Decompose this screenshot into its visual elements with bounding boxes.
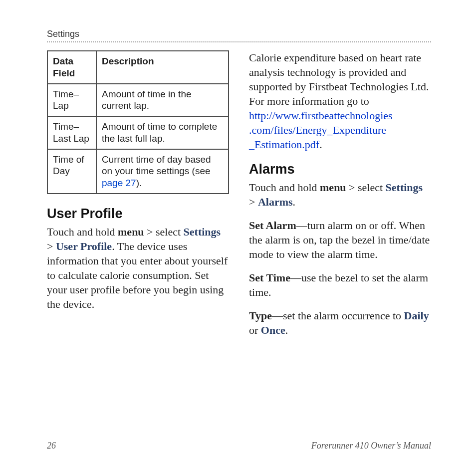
text: —set the alarm occurrence to	[272, 309, 404, 322]
cell-desc: Amount of time to complete the last full…	[96, 116, 229, 149]
text: > select	[144, 226, 184, 238]
menu-label: menu	[320, 181, 346, 194]
heading-user-profile: User Profile	[47, 206, 229, 222]
text: >	[249, 196, 258, 208]
cell-desc: Amount of time in the current lap.	[96, 84, 229, 117]
table-header-row: Data Field Description	[47, 51, 229, 84]
content-columns: Data Field Description Time–Lap Amount o…	[47, 50, 431, 347]
page-reference-link[interactable]: page 27	[102, 178, 136, 188]
manual-title: Forerunner 410 Owner’s Manual	[311, 441, 431, 451]
data-fields-table: Data Field Description Time–Lap Amount o…	[47, 50, 229, 194]
option-once: Once	[261, 324, 285, 336]
paragraph-set-alarm: Set Alarm—turn alarm on or off. When the…	[249, 218, 431, 261]
text: .	[285, 324, 288, 336]
cell-field: Time–Last Lap	[47, 116, 96, 149]
nav-settings: Settings	[386, 181, 423, 194]
paragraph-user-profile: Touch and hold menu > select Settings > …	[47, 225, 229, 311]
label-set-time: Set Time	[249, 271, 290, 284]
text: >	[47, 240, 56, 252]
right-column: Calorie expenditure based on heart rate …	[249, 50, 431, 347]
label-type: Type	[249, 309, 272, 322]
page-number: 26	[47, 441, 56, 451]
paragraph-type: Type—set the alarm occurrence to Daily o…	[249, 308, 431, 337]
nav-alarms: Alarms	[258, 196, 293, 208]
table-row: Time–Last Lap Amount of time to complete…	[47, 116, 229, 149]
page-footer: 26 Forerunner 410 Owner’s Manual	[47, 441, 431, 451]
heading-alarms: Alarms	[249, 162, 431, 177]
paragraph-set-time: Set Time—use the bezel to set the alarm …	[249, 270, 431, 299]
cell-field: Time of Day	[47, 149, 96, 194]
table-header-desc: Description	[96, 51, 229, 84]
cell-desc-text: ).	[136, 178, 142, 188]
text: or	[249, 324, 261, 336]
paragraph-calorie: Calorie expenditure based on heart rate …	[249, 50, 431, 152]
text: .	[319, 138, 322, 151]
cell-desc-text: Current time of day based on your time s…	[102, 154, 211, 177]
text: Calorie expenditure based on heart rate …	[249, 51, 429, 107]
table-row: Time of Day Current time of day based on…	[47, 149, 229, 194]
nav-settings: Settings	[184, 226, 221, 238]
cell-field: Time–Lap	[47, 84, 96, 117]
text: Touch and hold	[249, 181, 320, 194]
cell-desc: Current time of day based on your time s…	[96, 149, 229, 194]
option-daily: Daily	[404, 309, 429, 322]
text: > select	[346, 181, 386, 194]
menu-label: menu	[118, 226, 144, 238]
text: Touch and hold	[47, 226, 118, 238]
text: .	[293, 196, 296, 208]
nav-user-profile: User Profile	[56, 240, 112, 252]
page: Settings Data Field Description Time–Lap…	[0, 0, 476, 476]
table-header-field: Data Field	[47, 51, 96, 84]
page-header: Settings	[47, 29, 431, 42]
left-column: Data Field Description Time–Lap Amount o…	[47, 50, 229, 347]
label-set-alarm: Set Alarm	[249, 219, 296, 232]
table-row: Time–Lap Amount of time in the current l…	[47, 84, 229, 117]
paragraph-alarms-nav: Touch and hold menu > select Settings > …	[249, 180, 431, 209]
